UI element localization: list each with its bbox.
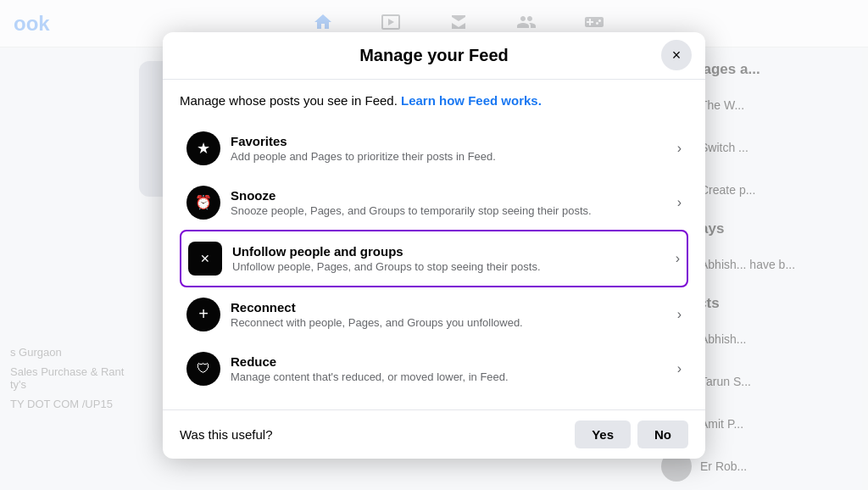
snooze-content: Snooze Snooze people, Pages, and Groups …: [231, 188, 670, 217]
snooze-arrow-icon: ›: [677, 195, 682, 210]
unfollow-title: Unfollow people and groups: [232, 244, 669, 259]
learn-feed-link[interactable]: Learn how Feed works.: [401, 93, 542, 108]
reduce-desc: Manage content that's reduced, or moved …: [231, 370, 670, 383]
manage-feed-modal: Manage your Feed × Manage whose posts yo…: [163, 32, 705, 459]
unfollow-menu-item[interactable]: ✕ Unfollow people and groups Unfollow pe…: [181, 231, 687, 286]
modal-description-text: Manage whose posts you see in Feed.: [180, 93, 398, 108]
reconnect-icon: +: [186, 298, 220, 331]
unfollow-highlight-border: ✕ Unfollow people and groups Unfollow pe…: [180, 230, 688, 287]
modal-description: Manage whose posts you see in Feed. Lear…: [180, 93, 688, 108]
snooze-title: Snooze: [231, 188, 670, 203]
unfollow-desc: Unfollow people, Pages, and Groups to st…: [232, 260, 669, 273]
modal-body: Manage whose posts you see in Feed. Lear…: [163, 80, 705, 409]
snooze-menu-item[interactable]: ⏰ Snooze Snooze people, Pages, and Group…: [180, 175, 688, 230]
reduce-icon: 🛡: [186, 352, 220, 386]
footer-buttons: Yes No: [575, 420, 688, 448]
favorites-menu-item[interactable]: ★ Favorites Add people and Pages to prio…: [180, 121, 688, 175]
favorites-content: Favorites Add people and Pages to priori…: [231, 134, 670, 163]
unfollow-arrow-icon: ›: [676, 251, 680, 266]
modal-close-button[interactable]: ×: [661, 40, 692, 70]
footer-question: Was this useful?: [180, 427, 273, 442]
reduce-menu-item[interactable]: 🛡 Reduce Manage content that's reduced, …: [180, 342, 688, 396]
reconnect-menu-item[interactable]: + Reconnect Reconnect with people, Pages…: [180, 287, 688, 342]
favorites-title: Favorites: [231, 134, 670, 148]
modal-overlay: Manage your Feed × Manage whose posts yo…: [0, 0, 868, 490]
reconnect-desc: Reconnect with people, Pages, and Groups…: [231, 316, 670, 329]
unfollow-icon: ✕: [188, 242, 222, 276]
favorites-desc: Add people and Pages to prioritize their…: [231, 150, 670, 163]
reconnect-title: Reconnect: [231, 300, 670, 315]
reconnect-arrow-icon: ›: [677, 307, 682, 322]
favorites-icon: ★: [186, 131, 220, 165]
favorites-arrow-icon: ›: [677, 141, 682, 156]
reduce-content: Reduce Manage content that's reduced, or…: [231, 354, 670, 383]
modal-header: Manage your Feed ×: [163, 32, 705, 80]
snooze-desc: Snooze people, Pages, and Groups to temp…: [231, 204, 670, 217]
no-button[interactable]: No: [637, 420, 688, 448]
reconnect-content: Reconnect Reconnect with people, Pages, …: [231, 300, 670, 329]
unfollow-content: Unfollow people and groups Unfollow peop…: [232, 244, 669, 273]
modal-footer: Was this useful? Yes No: [163, 409, 705, 459]
reduce-arrow-icon: ›: [677, 361, 682, 376]
yes-button[interactable]: Yes: [575, 420, 631, 448]
snooze-icon: ⏰: [186, 186, 220, 220]
modal-title: Manage your Feed: [359, 46, 509, 65]
reduce-title: Reduce: [231, 354, 670, 369]
